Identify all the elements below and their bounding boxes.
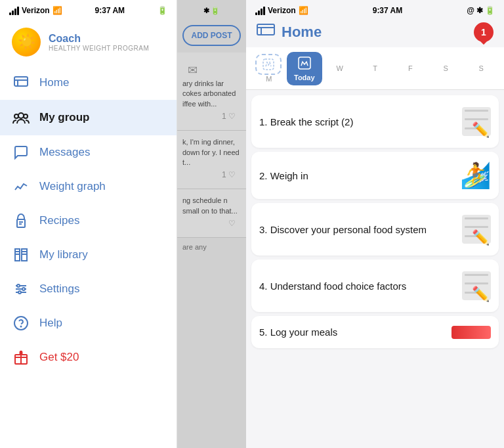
wifi-icon-left: 📶 xyxy=(52,6,62,15)
coach-section[interactable]: ☀️ Coach HEALTHY WEIGHT PROGRAM xyxy=(0,18,177,66)
sidebar-item-help-label: Help xyxy=(39,317,62,330)
sidebar-item-weight-graph[interactable]: Weight graph xyxy=(0,169,177,204)
battery-icon-right: 🔋 xyxy=(485,6,495,15)
sidebar-item-recipes-label: Recipes xyxy=(39,214,79,227)
notification-badge[interactable]: 1 xyxy=(474,22,494,42)
svg-point-11 xyxy=(22,288,25,290)
task-list: 1. Break the script (2) ✏️ 2. Weigh in 🏄… xyxy=(246,90,504,448)
bluetooth-icon-right: ✱ xyxy=(476,6,483,15)
home-icon xyxy=(12,75,30,91)
signal-bars-right xyxy=(255,7,265,15)
day-item-f[interactable]: F xyxy=(392,60,428,76)
coach-name: Coach xyxy=(49,33,149,45)
sidebar-item-get20[interactable]: Get $20 xyxy=(0,340,177,374)
sidebar-item-help[interactable]: Help xyxy=(0,306,177,340)
middle-panel: ✱ 🔋 ADD POST ✉ ary drinks lar cokes arbo… xyxy=(177,0,246,448)
carrier-left: Verizon xyxy=(22,6,50,15)
day-item-t[interactable]: T xyxy=(358,60,393,76)
coach-subtitle: HEALTHY WEIGHT PROGRAM xyxy=(49,45,149,52)
add-post-button[interactable]: ADD POST xyxy=(182,25,241,46)
sidebar: Verizon 📶 9:37 AM 🔋 ☀️ Coach HEALTHY WEI… xyxy=(0,0,177,448)
day-label-m: M xyxy=(266,75,272,83)
sidebar-item-home[interactable]: Home xyxy=(0,66,177,100)
task-1-emoji: ✏️ xyxy=(452,104,491,139)
status-bar-right: Verizon 📶 9:37 AM @ ✱ 🔋 xyxy=(246,0,504,18)
help-icon xyxy=(12,315,30,331)
bluetooth-icon: ✱ xyxy=(203,7,209,15)
sidebar-item-my-group-label: My group xyxy=(39,111,90,124)
day-label-s2: S xyxy=(478,64,483,72)
status-bar-middle: ✱ 🔋 xyxy=(177,0,246,18)
header-left: Home xyxy=(257,24,322,41)
feed-footer-text: are any xyxy=(177,238,246,254)
home-header: Home 1 xyxy=(246,18,504,47)
sidebar-item-my-group[interactable]: My group xyxy=(0,100,177,135)
sidebar-item-weight-graph-label: Weight graph xyxy=(39,180,106,193)
battery-icon-middle: 🔋 xyxy=(211,7,220,15)
task-3-emoji: ✏️ xyxy=(452,212,491,246)
feed-item-text: ng schedule n small on to that... xyxy=(182,196,241,216)
nav-items: Home My group Messages xyxy=(0,66,177,448)
day-item-s1[interactable]: S xyxy=(428,60,463,76)
sidebar-item-home-label: Home xyxy=(39,76,69,89)
carrier-right: Verizon xyxy=(268,6,296,15)
library-icon xyxy=(12,247,30,263)
gift-icon xyxy=(12,349,30,365)
task-4-emoji: ✏️ xyxy=(452,269,491,303)
settings-icon xyxy=(12,281,30,297)
status-bar-left: Verizon 📶 9:37 AM 🔋 xyxy=(0,0,177,18)
group-icon xyxy=(12,109,30,126)
task-5-text: 5. Log your meals xyxy=(259,325,452,339)
notification-count: 1 xyxy=(481,27,486,37)
task-card-2[interactable]: 2. Weigh in 🏄 xyxy=(251,152,499,199)
sidebar-item-messages-label: Messages xyxy=(39,146,90,159)
recipes-icon xyxy=(12,213,30,229)
svg-rect-16 xyxy=(257,24,274,35)
svg-rect-18 xyxy=(299,57,310,69)
task-3-text: 3. Discover your personal food system xyxy=(259,223,452,236)
at-icon: @ xyxy=(467,6,474,15)
sidebar-item-settings[interactable]: Settings xyxy=(0,272,177,306)
feed-item-text: ary drinks lar cokes arbonated iffee wit… xyxy=(182,79,241,109)
sidebar-item-messages[interactable]: Messages xyxy=(0,135,177,169)
day-item-m[interactable]: M xyxy=(251,50,287,87)
day-item-today[interactable]: Today xyxy=(287,52,322,85)
feed-item-text: k, I'm ing dinner, down for y. I need t.… xyxy=(182,137,241,168)
day-label-f: F xyxy=(408,64,413,72)
sidebar-item-recipes[interactable]: Recipes xyxy=(0,204,177,238)
time-right: 9:37 AM xyxy=(373,6,403,15)
day-selector: M Today W T F S xyxy=(246,47,504,90)
day-label-today: Today xyxy=(294,74,315,81)
task-card-1[interactable]: 1. Break the script (2) ✏️ xyxy=(251,95,499,148)
sidebar-item-my-library[interactable]: My library xyxy=(0,238,177,272)
svg-point-2 xyxy=(14,114,18,118)
feed-item: ng schedule n small on to that... ♡ xyxy=(177,189,246,238)
svg-point-10 xyxy=(17,284,20,287)
feed-like-3[interactable]: ♡ xyxy=(182,216,241,231)
task-card-4[interactable]: 4. Understand food choice factors ✏️ xyxy=(251,259,499,312)
feed-envelope-icon: ✉ xyxy=(182,59,241,79)
day-label-s1: S xyxy=(444,64,448,72)
task-card-5[interactable]: 5. Log your meals xyxy=(251,316,499,348)
day-icon-today xyxy=(297,56,312,72)
battery-icon-left: 🔋 xyxy=(158,6,167,15)
feed-item: k, I'm ing dinner, down for y. I need t.… xyxy=(177,131,246,189)
coach-text: Coach HEALTHY WEIGHT PROGRAM xyxy=(49,33,149,52)
sidebar-item-settings-label: Settings xyxy=(39,282,79,296)
task-1-text: 1. Break the script (2) xyxy=(259,115,452,129)
signal-bars xyxy=(9,7,19,15)
home-nav-icon xyxy=(257,24,275,41)
day-item-w[interactable]: W xyxy=(322,60,358,76)
task-2-emoji: 🏄 xyxy=(460,161,491,190)
feed-like-1[interactable]: 1 ♡ xyxy=(182,109,241,123)
day-item-s2[interactable]: S xyxy=(463,60,499,76)
task-card-3[interactable]: 3. Discover your personal food system ✏️ xyxy=(251,203,499,256)
task-2-text: 2. Weigh in xyxy=(259,169,455,183)
feed-list: ✉ ary drinks lar cokes arbonated iffee w… xyxy=(177,53,246,448)
feed-like-2[interactable]: 1 ♡ xyxy=(182,168,241,182)
svg-rect-0 xyxy=(14,77,28,86)
svg-point-3 xyxy=(24,114,28,118)
sidebar-item-library-label: My library xyxy=(39,248,88,261)
coach-avatar: ☀️ xyxy=(12,28,41,56)
graph-icon xyxy=(12,179,30,194)
